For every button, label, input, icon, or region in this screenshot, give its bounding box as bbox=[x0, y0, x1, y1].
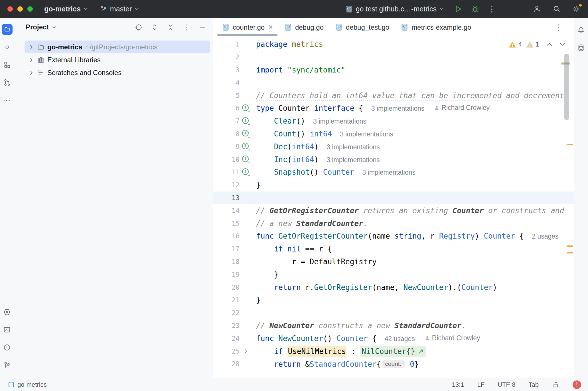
line-number[interactable]: 22 bbox=[213, 309, 240, 317]
hide-panel-icon[interactable] bbox=[199, 24, 206, 31]
error-indicator-badge[interactable]: ! bbox=[573, 380, 581, 389]
branch-selector[interactable]: master bbox=[97, 3, 142, 15]
code-vision-hint[interactable]: 3 implementations bbox=[362, 169, 415, 176]
code-line[interactable]: 13 bbox=[213, 192, 574, 204]
line-number[interactable]: 5 bbox=[213, 92, 240, 99]
warnings-group[interactable]: 4 bbox=[509, 41, 522, 48]
line-number[interactable]: 20 bbox=[213, 284, 240, 291]
panel-options-kebab-icon[interactable]: ⋮ bbox=[183, 23, 190, 32]
code-line[interactable]: 5// Counters hold an int64 value that ca… bbox=[213, 89, 574, 102]
structure-tool-icon[interactable] bbox=[2, 59, 13, 70]
implementations-gutter-icon[interactable]: I↓ bbox=[242, 143, 250, 150]
project-tree-item[interactable]: Scratches and Consoles bbox=[25, 66, 210, 79]
warning-stripe-mark[interactable] bbox=[567, 245, 573, 247]
implementations-gutter-icon[interactable]: I↓ bbox=[242, 130, 250, 138]
editor-tab[interactable]: debug.go bbox=[279, 18, 329, 37]
code-line[interactable]: 6I↓type Counter interface {3 implementat… bbox=[213, 102, 574, 115]
code-vision-hint[interactable]: 3 implementations bbox=[340, 130, 393, 138]
inspections-widget[interactable]: 4 1 bbox=[509, 41, 566, 48]
tab-options-kebab-icon[interactable]: ⋮ bbox=[555, 23, 562, 32]
code-author-hint[interactable]: Richard Crowley bbox=[434, 104, 490, 112]
code-line[interactable]: 11I↓ Snapshot() Counter3 implementations bbox=[213, 166, 574, 179]
chevron-right-icon[interactable] bbox=[27, 70, 35, 75]
chevron-right-icon[interactable] bbox=[27, 57, 35, 63]
notifications-bell-icon[interactable] bbox=[576, 25, 587, 35]
warning-stripe-mark[interactable] bbox=[567, 144, 573, 145]
line-number[interactable]: 14 bbox=[213, 207, 240, 214]
code-line[interactable]: 19 } bbox=[213, 268, 574, 281]
implementations-gutter-icon[interactable]: I↓ bbox=[242, 156, 250, 163]
next-problem-icon[interactable] bbox=[560, 43, 566, 46]
line-number[interactable]: 11 bbox=[213, 168, 240, 176]
chevron-down-icon[interactable] bbox=[52, 26, 56, 29]
line-number[interactable]: 21 bbox=[213, 296, 240, 304]
fold-gutter-icon[interactable] bbox=[244, 349, 248, 354]
weak-warnings-group[interactable]: 1 bbox=[526, 41, 539, 48]
code-line[interactable]: 2 bbox=[213, 51, 574, 64]
line-separator-widget[interactable]: LF bbox=[477, 381, 485, 388]
line-number[interactable]: 12 bbox=[213, 181, 240, 189]
line-number[interactable]: 16 bbox=[213, 232, 240, 240]
settings-gear-icon[interactable] bbox=[572, 5, 581, 13]
chevron-right-icon[interactable] bbox=[27, 45, 35, 50]
editor-tab[interactable]: counter.go× bbox=[216, 18, 279, 37]
line-number[interactable]: 15 bbox=[213, 220, 240, 227]
code-line[interactable]: 22 bbox=[213, 307, 574, 319]
encoding-widget[interactable]: UTF-8 bbox=[498, 381, 515, 388]
code-line[interactable]: 8I↓ Count() int643 implementations bbox=[213, 128, 574, 140]
problems-tool-icon[interactable] bbox=[2, 342, 13, 353]
expand-all-icon[interactable] bbox=[151, 23, 158, 31]
close-window-button[interactable] bbox=[7, 6, 13, 12]
code-line[interactable]: 4 bbox=[213, 76, 574, 89]
code-vision-hint[interactable]: 3 implementations bbox=[371, 105, 425, 112]
indent-widget[interactable]: Tab bbox=[529, 381, 539, 388]
status-project-widget[interactable]: go-metrics bbox=[9, 381, 47, 388]
caret-position-widget[interactable]: 13:1 bbox=[452, 381, 464, 388]
implementations-gutter-icon[interactable]: I↓ bbox=[242, 104, 250, 112]
code-line[interactable]: 7I↓ Clear()3 implementations bbox=[213, 115, 574, 128]
scrollbar-thumb[interactable] bbox=[564, 54, 569, 120]
code-line[interactable]: 23// NewCounter constructs a new Standar… bbox=[213, 319, 574, 332]
minimize-window-button[interactable] bbox=[17, 6, 23, 12]
implementations-gutter-icon[interactable]: I↓ bbox=[242, 168, 250, 176]
debug-bug-icon[interactable] bbox=[471, 5, 479, 13]
code-vision-hint[interactable]: 3 implementations bbox=[327, 156, 380, 164]
run-icon[interactable] bbox=[454, 5, 462, 13]
code-line[interactable]: 12} bbox=[213, 179, 574, 192]
code-vision-hint[interactable]: 2 usages bbox=[532, 233, 558, 240]
commit-tool-icon[interactable] bbox=[2, 42, 13, 53]
database-tool-icon[interactable] bbox=[576, 42, 587, 53]
code-line[interactable]: 20 return r.GetOrRegister(name, NewCount… bbox=[213, 281, 574, 294]
line-number[interactable]: 7 bbox=[213, 117, 240, 125]
code-line[interactable]: 21} bbox=[213, 294, 574, 307]
line-number[interactable]: 28 bbox=[213, 360, 240, 368]
line-number[interactable]: 6 bbox=[213, 104, 240, 112]
editor-tab[interactable]: metrics-example.go bbox=[395, 18, 477, 37]
code-vision-hint[interactable]: 3 implementations bbox=[313, 118, 366, 125]
run-tool-window-icon[interactable] bbox=[2, 307, 13, 317]
code-line[interactable]: 10I↓ Inc(int64)3 implementations bbox=[213, 153, 574, 166]
previous-problem-icon[interactable] bbox=[546, 43, 552, 46]
line-number[interactable]: 9 bbox=[213, 143, 240, 150]
code-line[interactable]: 28 return &StandardCounter{count: 0} bbox=[213, 358, 574, 370]
terminal-tool-icon[interactable] bbox=[2, 324, 13, 335]
project-tree-item[interactable]: External Libraries bbox=[25, 53, 210, 66]
project-switcher[interactable]: go-metrics bbox=[41, 3, 91, 15]
code-line[interactable]: 25 if UseNilMetrics : NilCounter{} ↗ bbox=[213, 345, 574, 358]
line-number[interactable]: 3 bbox=[213, 66, 240, 74]
locate-file-icon[interactable] bbox=[135, 23, 143, 31]
line-number[interactable]: 25 bbox=[213, 348, 240, 355]
code-vision-hint[interactable]: 42 usages bbox=[385, 335, 415, 342]
code-line[interactable]: 9I↓ Dec(int64)3 implementations bbox=[213, 140, 574, 153]
code-line[interactable]: 16func GetOrRegisterCounter(name string,… bbox=[213, 230, 574, 243]
line-number[interactable]: 1 bbox=[213, 41, 240, 48]
add-user-icon[interactable] bbox=[533, 5, 542, 13]
code-line[interactable]: 18 r = DefaultRegistry bbox=[213, 255, 574, 268]
line-number[interactable]: 8 bbox=[213, 130, 240, 138]
line-number[interactable]: 19 bbox=[213, 271, 240, 278]
line-number[interactable]: 4 bbox=[213, 79, 240, 86]
more-actions-icon[interactable]: ⋮ bbox=[488, 4, 496, 14]
code-line[interactable]: 15// a new StandardCounter. bbox=[213, 217, 574, 230]
code-line[interactable]: 17 if nil == r { bbox=[213, 243, 574, 255]
run-configuration-selector[interactable]: go test github.c…-metrics bbox=[342, 3, 447, 15]
